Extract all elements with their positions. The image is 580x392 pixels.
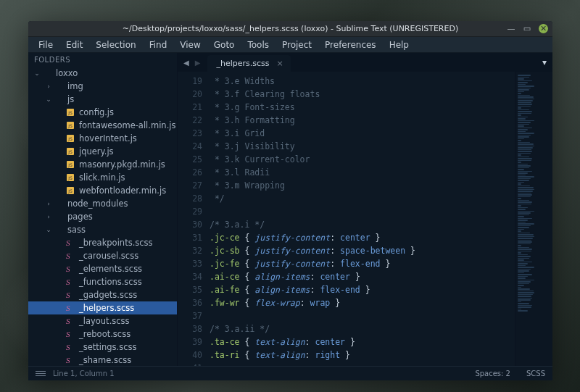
syntax-setting[interactable]: SCSS [526,370,545,378]
chevron-down-icon[interactable]: ⌄ [44,226,53,233]
minimap-line [518,298,532,299]
minimap-line [518,220,528,221]
minimap[interactable] [515,72,552,366]
code-line[interactable]: .ta-ri { text-align: right } [210,349,515,362]
file-node[interactable]: S_elements.scss [28,262,177,275]
file-node[interactable]: JSfontawesome-all.min.js [28,119,177,132]
minimap-line [518,164,528,165]
code-line[interactable]: .ta-ce { text-align: center } [210,335,515,349]
indent-setting[interactable]: Spaces: 2 [475,370,510,378]
file-node[interactable]: JSjquery.js [28,145,177,158]
minimap-line [518,176,534,178]
code-area[interactable]: 1920212223242526272829303132333435363738… [178,72,552,366]
code-line[interactable]: .jc-fe { justify-content: flex-end } [210,257,515,270]
code-line[interactable]: * 3.e Widths [210,75,515,88]
folder-tree: ⌄loxxo›img⌄jsJSconfig.jsJSfontawesome-al… [28,67,177,366]
folder-node[interactable]: ›img [28,80,177,93]
file-node[interactable]: JSslick.min.js [28,171,177,184]
menu-item-edit[interactable]: Edit [60,38,88,51]
folder-node[interactable]: ⌄loxxo [28,67,177,80]
tab-close-icon[interactable]: × [276,59,283,68]
line-number: 25 [181,153,202,166]
menu-item-project[interactable]: Project [276,38,318,51]
code-line[interactable] [210,205,515,218]
file-node[interactable]: S_shame.scss [28,354,177,366]
folder-node[interactable]: ›node_modules [28,197,177,210]
folder-node[interactable]: ›pages [28,210,177,223]
code-text[interactable]: * 3.e Widths * 3.f Clearing floats * 3.g… [210,72,515,366]
file-node[interactable]: JSwebfontloader.min.js [28,184,177,197]
minimap-line [518,142,530,143]
minimap-line [518,86,534,87]
code-line[interactable]: */ [210,192,515,205]
node-label: masonry.pkgd.min.js [79,159,165,170]
sass-file-icon: S [65,304,76,312]
minimize-icon[interactable]: — [507,24,515,33]
file-node[interactable]: JSconfig.js [28,106,177,119]
menu-item-help[interactable]: Help [384,38,415,51]
code-line[interactable]: * 3.l Radii [210,166,515,179]
file-node[interactable]: S_settings.scss [28,341,177,354]
line-number: 39 [181,335,202,349]
minimap-line [518,222,526,223]
menu-item-tools[interactable]: Tools [241,38,275,51]
titlebar[interactable]: ~/Desktop/projects/loxxo/sass/_helpers.s… [28,21,552,37]
line-number: 32 [181,244,202,257]
file-node[interactable]: JShoverIntent.js [28,132,177,145]
code-line[interactable]: * 3.m Wrapping [210,179,515,192]
file-node[interactable]: S_reboot.scss [28,328,177,341]
code-line[interactable] [210,309,515,322]
cursor-position[interactable]: Line 1, Column 1 [53,370,115,378]
node-label: hoverIntent.js [79,133,137,143]
chevron-right-icon[interactable]: › [44,83,53,90]
file-node[interactable]: S_helpers.scss [28,301,177,314]
menu-item-selection[interactable]: Selection [90,38,141,51]
file-node[interactable]: JSmasonry.pkgd.min.js [28,158,177,171]
file-node[interactable]: S_breakpoints.scss [28,236,177,249]
tab-nav-forward-icon[interactable]: ▶ [192,54,204,71]
file-node[interactable]: S_gadgets.scss [28,288,177,301]
minimap-line [518,287,521,288]
menu-item-find[interactable]: Find [144,38,173,51]
minimap-line [518,89,529,91]
folder-node[interactable]: ⌄js [28,93,177,106]
code-line[interactable]: .jc-sb { justify-content: space-between … [210,244,515,257]
code-line[interactable]: /* 3.a.i */ [210,218,515,231]
file-node[interactable]: S_functions.scss [28,275,177,288]
chevron-down-icon[interactable]: ⌄ [33,70,41,77]
chevron-right-icon[interactable]: › [44,213,53,220]
close-icon[interactable]: ✕ [539,24,548,33]
menu-item-view[interactable]: View [174,38,206,51]
code-line[interactable]: .ai-ce { align-items: center } [210,270,515,283]
chevron-right-icon[interactable]: › [44,200,53,207]
code-line[interactable]: * 3.h Formatting [210,114,515,127]
code-line[interactable]: /* 3.a.ii */ [210,322,515,335]
menu-icon[interactable] [36,371,46,376]
code-line[interactable]: .fw-wr { flex-wrap: wrap } [210,296,515,309]
code-line[interactable]: * 3.i Grid [210,127,515,140]
tab-nav-back-icon[interactable]: ◀ [181,54,192,71]
line-number: 38 [181,322,202,335]
folder-node[interactable]: ⌄sass [28,223,177,236]
tab-active[interactable]: _helpers.scss × [207,55,290,72]
code-line[interactable]: * 3.g Font-sizes [210,101,515,114]
chevron-down-icon[interactable]: ⌄ [44,96,53,103]
code-line[interactable]: * 3.f Clearing floats [210,88,515,101]
file-node[interactable]: S_layout.scss [28,314,177,328]
menu-item-preferences[interactable]: Preferences [319,38,382,51]
minimap-line [518,209,526,210]
code-line[interactable]: .ai-fe { align-items: flex-end } [210,283,515,296]
maximize-icon[interactable]: ▭ [523,24,531,33]
menubar: FileEditSelectionFindViewGotoToolsProjec… [28,37,552,53]
minimap-line [518,107,521,109]
menu-item-file[interactable]: File [33,38,59,51]
code-line[interactable]: .jc-ce { justify-content: center } [210,231,515,244]
minimap-line [518,189,534,191]
file-node[interactable]: S_carousel.scss [28,249,177,262]
minimap-line [518,182,524,183]
code-line[interactable]: * 3.j Visibility [210,140,515,153]
tab-overflow-icon[interactable]: ▾ [542,57,547,67]
minimap-line [518,117,528,118]
code-line[interactable]: * 3.k Current-color [210,153,515,166]
menu-item-goto[interactable]: Goto [208,38,241,51]
